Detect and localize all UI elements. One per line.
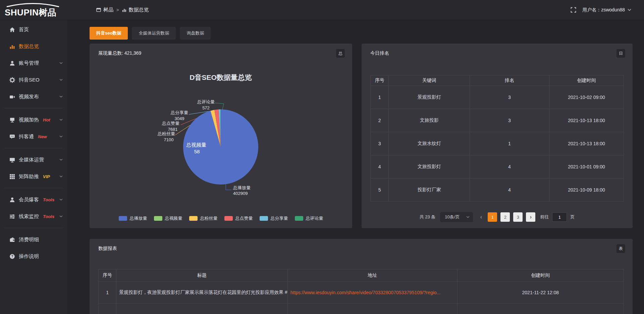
sidebar-item-douketong[interactable]: 抖客通 New [0, 128, 67, 145]
cell-keyword: 文旅投影灯 [389, 155, 470, 178]
tab-douyin-seo-data[interactable]: 抖音seo数据 [90, 27, 128, 40]
daily-toggle-button[interactable]: 日 [616, 49, 625, 58]
col-header-index: 序号 [371, 75, 389, 86]
cell-keyword: 文旅投影 [389, 109, 470, 132]
cell-title [116, 304, 288, 314]
sidebar-item-label: 账号管理 [19, 60, 39, 66]
pager: ‹ 1 2 3 › [478, 212, 535, 222]
page-size-value: 10条/页 [445, 214, 460, 220]
chevron-down-icon [59, 199, 63, 201]
breadcrumb-root[interactable]: 树品 [96, 7, 113, 13]
col-header-created: 创建时间 [457, 269, 624, 282]
sidebar-item-member-burst[interactable]: 会员爆客 Tools [0, 191, 67, 208]
sidebar-item-label: 数据总览 [19, 43, 39, 50]
chart-legend: 总播放量 总视频量 总粉丝量 总点赞量 总分享量 总评论量 [90, 215, 352, 221]
cell-index: 2 [371, 109, 389, 132]
prev-page-button[interactable]: ‹ [478, 214, 484, 220]
sidebar-item-label: 全媒体运营 [19, 157, 44, 163]
user-icon [9, 60, 15, 66]
cell-rank: 4 [470, 178, 549, 202]
legend-label: 总评论量 [306, 215, 323, 221]
sidebar-item-help[interactable]: ? 操作说明 [0, 248, 67, 265]
legend-item-likes[interactable]: 总点赞量 [224, 215, 253, 221]
table-row: 2 文旅投影 3 2021-10-13 18:00 [371, 109, 624, 132]
table-header-row: 序号 关键词 排名 创建时间 [371, 75, 624, 86]
sidebar-item-data-overview[interactable]: 数据总览 [0, 38, 67, 55]
sidebar-item-douyin-seo[interactable]: 抖音SEO [0, 71, 67, 88]
page-button-3[interactable]: 3 [513, 212, 523, 222]
sidebar-item-media-operation[interactable]: 全媒体运营 [0, 151, 67, 168]
cell-created: 2021-10-01 09:00 [549, 155, 624, 178]
sidebar-item-label: 线索监控 [19, 213, 39, 220]
wallet-icon [9, 237, 15, 243]
tab-inquiry-data[interactable]: 询盘数据 [180, 27, 211, 40]
legend-label: 总视频量 [165, 215, 182, 221]
cell-index: 3 [371, 132, 389, 155]
tab-media-operation-data[interactable]: 全媒体运营数据 [132, 27, 176, 40]
seo-pie-chart[interactable]: D音SEO数据量总览 总评论量 572 总分享量 3049 总点赞量 7681 … [90, 44, 352, 228]
legend-swatch [224, 216, 233, 221]
chevron-down-icon [59, 215, 63, 217]
legend-label: 总播放量 [130, 215, 147, 221]
legend-item-comments[interactable]: 总评论量 [295, 215, 323, 221]
sidebar-item-label: 视频加热 [19, 117, 39, 123]
sidebar-item-video-heat[interactable]: 视频加热 Hot [0, 111, 67, 128]
cell-created: 2021-10-13 18:00 [549, 109, 624, 132]
legend-swatch [119, 216, 127, 221]
grid-icon [9, 174, 15, 179]
sidebar-item-consumption-detail[interactable]: 消费明细 [0, 231, 67, 248]
legend-item-videos[interactable]: 总视频量 [154, 215, 182, 221]
pie-label-shares: 总分享量 [170, 110, 188, 115]
page-button-2[interactable]: 2 [500, 212, 510, 222]
pie-value-plays: 402909 [233, 191, 248, 196]
sidebar-item-home[interactable]: 首页 [0, 21, 67, 38]
legend-item-fans[interactable]: 总粉丝量 [189, 215, 218, 221]
sidebar-item-label: 视频发布 [19, 94, 39, 100]
legend-item-shares[interactable]: 总分享量 [260, 215, 288, 221]
breadcrumb: 树品 > 数据总览 [96, 7, 149, 13]
sidebar-item-account[interactable]: 账号管理 [0, 55, 67, 71]
video-link[interactable]: https://www.iesdouyin.com/share/video/70… [290, 290, 441, 295]
table-row [99, 304, 624, 314]
pie-value-videos: 58 [194, 149, 200, 154]
sidebar-item-label: 抖客通 [19, 134, 34, 140]
cell-index: 1 [99, 282, 116, 304]
chevron-down-icon [59, 175, 63, 177]
page-size-select[interactable]: 10条/页 [440, 212, 473, 222]
breadcrumb-current[interactable]: 数据总览 [122, 7, 149, 13]
chat-bubble-icon [9, 134, 15, 140]
app-logo[interactable]: SHUPIN树品 [0, 0, 67, 20]
cell-created: 2021-10-09 18:00 [549, 178, 624, 202]
user-icon [9, 197, 15, 203]
sidebar-divider [5, 148, 62, 148]
report-card: 数据报表 表 序号 标题 地址 创建时间 1 景观投影灯，夜游景观投影灯厂家展示… [90, 239, 633, 314]
cell-keyword: 景观投影灯 [389, 86, 470, 109]
screen-icon [9, 117, 15, 123]
logo-text: SHUPIN树品 [5, 7, 56, 18]
cell-created: 2021-10-13 18:00 [549, 132, 624, 155]
sidebar-item-label: 消费明细 [19, 237, 39, 243]
pie-value-fans: 7100 [164, 137, 174, 142]
sidebar: 首页 数据总览 账号管理 抖音SEO 视频发布 视频加热 Hot [0, 20, 67, 314]
pie-label-likes: 总点赞量 [162, 121, 179, 126]
sidebar-item-video-publish[interactable]: 视频发布 [0, 88, 67, 105]
table-row: 5 投影灯厂家 4 2021-10-09 18:00 [371, 178, 624, 202]
app-window-icon [96, 8, 101, 12]
legend-item-plays[interactable]: 总播放量 [119, 215, 147, 221]
legend-swatch [189, 216, 198, 221]
breadcrumb-separator: > [116, 7, 119, 12]
ranking-card: 今日排名 日 序号 关键词 排名 创建时间 1 景观投影灯 3 2021-10-… [362, 44, 633, 228]
data-tabs: 抖音seo数据 全媒体运营数据 询盘数据 [90, 27, 211, 40]
sidebar-item-matrix-boost[interactable]: 矩阵助推 VIP [0, 168, 67, 185]
goto-page-input[interactable] [552, 212, 567, 222]
page-button-1[interactable]: 1 [488, 212, 497, 222]
fullscreen-icon[interactable] [571, 7, 576, 13]
sidebar-item-lead-monitor[interactable]: 线索监控 Tools [0, 208, 67, 225]
username-label: 用户名：zswodun88 [582, 7, 625, 13]
table-toggle-button[interactable]: 表 [616, 244, 625, 253]
next-page-button[interactable]: › [526, 212, 535, 222]
user-menu[interactable]: 用户名：zswodun88 [582, 7, 631, 13]
legend-swatch [260, 216, 268, 221]
home-icon [9, 27, 15, 33]
pie-value-comments: 572 [202, 105, 210, 110]
